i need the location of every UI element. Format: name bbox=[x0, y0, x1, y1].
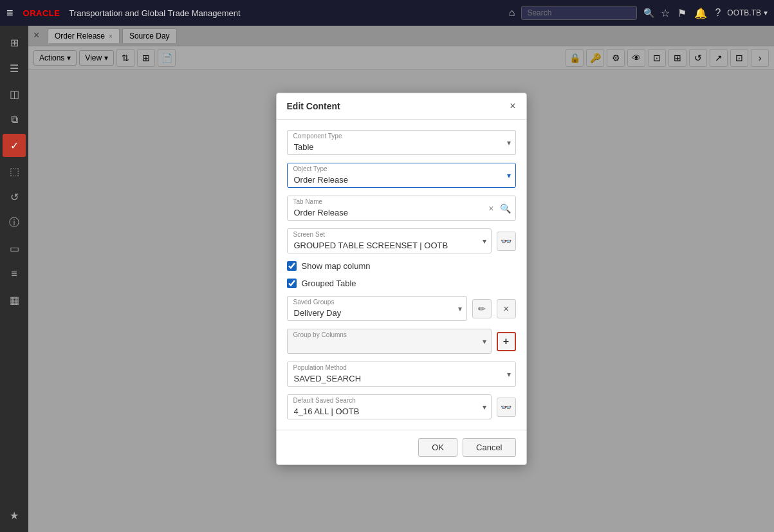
home-icon[interactable]: ⌂ bbox=[509, 7, 515, 19]
tab-name-input[interactable] bbox=[287, 196, 516, 221]
default-saved-search-row: ▾ 👓 bbox=[287, 394, 516, 419]
sidebar-icon-star[interactable]: ★ bbox=[3, 504, 26, 527]
sidebar-icon-chart[interactable]: ◫ bbox=[3, 82, 26, 105]
glasses-icon-2: 👓 bbox=[501, 402, 511, 412]
star-nav-icon[interactable]: ☆ bbox=[661, 7, 670, 19]
grouped-table-row: Grouped Table bbox=[287, 279, 516, 288]
modal-header: Edit Content × bbox=[277, 93, 526, 120]
modal-footer: OK Cancel bbox=[277, 430, 526, 464]
default-saved-search-glasses-icon[interactable]: 👓 bbox=[497, 398, 516, 417]
sidebar-icon-list[interactable]: ≡ bbox=[3, 262, 26, 286]
sidebar-icon-layers[interactable]: ☰ bbox=[3, 57, 26, 80]
component-type-field: Component Type ▾ bbox=[287, 130, 516, 155]
saved-groups-select-wrapper: ▾ bbox=[287, 296, 467, 321]
search-icon[interactable]: 🔍 bbox=[643, 8, 654, 18]
group-by-columns-row: ▾ + bbox=[287, 329, 516, 354]
sidebar-icon-barcode[interactable]: ▦ bbox=[3, 288, 26, 311]
component-type-input[interactable] bbox=[287, 130, 516, 155]
population-method-field: Population Method ▾ bbox=[287, 362, 516, 387]
sidebar: ⊞ ☰ ◫ ⧉ ✓ ⬚ ↺ ⓘ ▭ ≡ ▦ ★ bbox=[0, 26, 28, 532]
component-type-select-wrapper: ▾ bbox=[287, 130, 516, 155]
sidebar-icon-monitor[interactable]: ▭ bbox=[3, 237, 26, 260]
population-method-select-wrapper: ▾ bbox=[287, 362, 516, 387]
modal-overlay: Edit Content × Component Type ▾ bbox=[28, 26, 774, 532]
user-label: OOTB.TB bbox=[727, 8, 761, 17]
ok-button[interactable]: OK bbox=[418, 438, 457, 457]
saved-groups-input[interactable] bbox=[287, 296, 467, 321]
sidebar-icon-refresh[interactable]: ↺ bbox=[3, 185, 26, 208]
content-area: × Order Release × Source Day Actions ▾ V… bbox=[28, 26, 774, 532]
sidebar-icon-info[interactable]: ⓘ bbox=[3, 211, 26, 234]
hamburger-menu[interactable]: ≡ bbox=[6, 6, 14, 20]
group-by-columns-field: Group by Columns ▾ + bbox=[287, 329, 516, 354]
grouped-table-checkbox[interactable] bbox=[287, 279, 297, 288]
default-saved-search-select-wrapper: ▾ bbox=[287, 394, 492, 419]
modal-title: Edit Content bbox=[287, 101, 340, 111]
object-type-input[interactable] bbox=[287, 163, 516, 188]
tab-name-field: Tab Name × 🔍 bbox=[287, 196, 516, 221]
user-menu[interactable]: OOTB.TB ▾ bbox=[727, 8, 768, 17]
nav-icons: ☆ ⚑ 🔔 ? bbox=[661, 7, 721, 19]
sidebar-icon-grid[interactable]: ⊞ bbox=[3, 31, 26, 54]
show-map-column-checkbox[interactable] bbox=[287, 261, 297, 271]
cancel-button[interactable]: Cancel bbox=[463, 438, 515, 457]
screen-set-input[interactable] bbox=[287, 228, 492, 253]
modal-close-button[interactable]: × bbox=[510, 101, 515, 111]
main-layout: ⊞ ☰ ◫ ⧉ ✓ ⬚ ↺ ⓘ ▭ ≡ ▦ ★ × Order Release … bbox=[0, 26, 774, 532]
app-title: Transportation and Global Trade Manageme… bbox=[69, 8, 240, 18]
tab-name-search-icon[interactable]: 🔍 bbox=[500, 203, 511, 214]
flag-nav-icon[interactable]: ⚑ bbox=[677, 7, 686, 19]
glasses-icon: 👓 bbox=[501, 236, 511, 246]
saved-groups-edit-icon[interactable]: ✏ bbox=[472, 299, 492, 318]
help-nav-icon[interactable]: ? bbox=[715, 7, 721, 19]
object-type-select-wrapper: ▾ bbox=[287, 163, 516, 188]
default-saved-search-input[interactable] bbox=[287, 394, 492, 419]
sidebar-icon-copy[interactable]: ⧉ bbox=[3, 108, 26, 131]
saved-groups-field: Saved Groups ▾ ✏ × bbox=[287, 296, 516, 321]
group-by-columns-select-wrapper: ▾ bbox=[287, 329, 492, 354]
search-input[interactable] bbox=[521, 6, 637, 20]
user-chevron: ▾ bbox=[764, 8, 768, 17]
screen-set-field: Screen Set ▾ 👓 bbox=[287, 228, 516, 253]
sidebar-icon-trash[interactable]: ⬚ bbox=[3, 160, 26, 183]
sidebar-icon-check[interactable]: ✓ bbox=[3, 134, 26, 157]
bell-nav-icon[interactable]: 🔔 bbox=[694, 7, 707, 19]
screen-set-row: ▾ 👓 bbox=[287, 228, 516, 253]
default-saved-search-field: Default Saved Search ▾ 👓 bbox=[287, 394, 516, 419]
edit-content-modal: Edit Content × Component Type ▾ bbox=[276, 93, 527, 465]
saved-groups-row: ▾ ✏ × bbox=[287, 296, 516, 321]
modal-body: Component Type ▾ Object Type ▾ bbox=[277, 120, 526, 430]
oracle-logo: ORACLE bbox=[23, 8, 60, 18]
group-by-columns-input[interactable] bbox=[287, 329, 492, 354]
screen-set-select-wrapper: ▾ bbox=[287, 228, 492, 253]
tab-name-clear-icon[interactable]: × bbox=[488, 203, 493, 214]
object-type-field: Object Type ▾ bbox=[287, 163, 516, 188]
screen-set-glasses-icon[interactable]: 👓 bbox=[497, 232, 516, 251]
show-map-column-label: Show map column bbox=[302, 261, 371, 271]
top-nav: ≡ ORACLE Transportation and Global Trade… bbox=[0, 0, 774, 26]
show-map-column-row: Show map column bbox=[287, 261, 516, 271]
tab-name-wrapper: × 🔍 bbox=[287, 196, 516, 221]
group-by-columns-add-button[interactable]: + bbox=[497, 332, 516, 351]
population-method-input[interactable] bbox=[287, 362, 516, 387]
saved-groups-clear-icon[interactable]: × bbox=[497, 299, 516, 318]
grouped-table-label: Grouped Table bbox=[302, 279, 356, 288]
